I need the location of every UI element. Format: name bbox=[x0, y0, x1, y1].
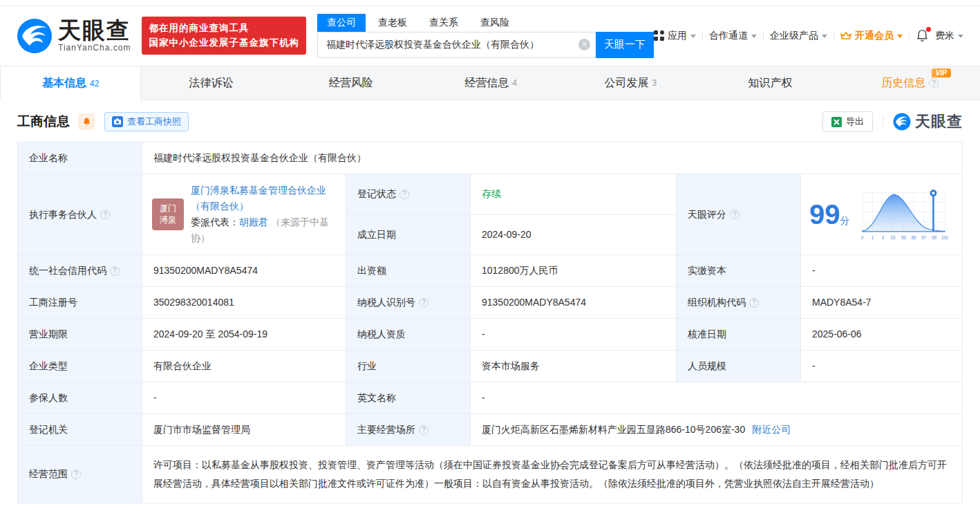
field-label: 实缴资本 bbox=[677, 255, 801, 286]
monitor-bell-button[interactable] bbox=[78, 113, 95, 130]
tab-count: 4 bbox=[512, 78, 517, 88]
field-label: 统一社会信用代码 ? bbox=[18, 255, 142, 286]
help-icon[interactable]: ? bbox=[399, 189, 409, 199]
table-row: 参保人数 - 英文名称 - bbox=[18, 382, 962, 414]
help-icon[interactable]: ? bbox=[100, 210, 110, 219]
tab-basic-info[interactable]: 基本信息 42 bbox=[0, 66, 141, 100]
help-icon[interactable]: ? bbox=[419, 425, 428, 435]
logo-domain: TianYanCha.com bbox=[58, 43, 131, 53]
bell-icon bbox=[82, 117, 91, 127]
search-tab-risk[interactable]: 查风险 bbox=[471, 14, 519, 32]
notification-dot bbox=[926, 27, 931, 32]
tab-operation-info[interactable]: 经营信息 4 bbox=[421, 66, 560, 100]
svg-text:0: 0 bbox=[861, 235, 864, 240]
table-row: 工商注册号 350298320014081 纳税人识别号 ? 91350200M… bbox=[18, 287, 962, 319]
search-tab-company[interactable]: 查公司 bbox=[317, 14, 366, 32]
search-row: × 天眼一下 bbox=[317, 32, 654, 58]
tab-count: 3 bbox=[652, 78, 657, 88]
field-label: 纳税人识别号 ? bbox=[346, 287, 471, 318]
field-label: 出资额 bbox=[346, 255, 471, 286]
search-button[interactable]: 天眼一下 bbox=[596, 32, 654, 58]
field-label: 纳税人资质 bbox=[346, 319, 471, 350]
score-distribution-chart: 0 1 3 15 50 85 97 99 100 bbox=[857, 185, 948, 243]
search-tabs: 查公司 查老板 查关系 查风险 bbox=[317, 14, 654, 32]
delegate-name-link[interactable]: 胡殿君 bbox=[239, 216, 268, 227]
svg-text:3: 3 bbox=[881, 235, 884, 240]
nav-apps[interactable]: 应用 bbox=[654, 30, 696, 42]
nav-partner-channel-label: 合作通道 bbox=[709, 30, 748, 42]
score-value: 99分 bbox=[809, 201, 850, 228]
tab-legal-litigation[interactable]: 法律诉讼 bbox=[141, 66, 281, 100]
help-icon[interactable]: ? bbox=[419, 298, 428, 308]
section-toolbar: 工商信息 查看工商快照 导出 bbox=[17, 111, 963, 132]
established-value: 2024-09-20 bbox=[471, 215, 676, 255]
nav-divider bbox=[702, 31, 703, 41]
field-label: 成立日期 bbox=[346, 215, 471, 255]
nav-user[interactable]: 费米 bbox=[935, 30, 963, 42]
logo-text: 天眼查 TianYanCha.com bbox=[58, 19, 131, 53]
chevron-down-icon bbox=[751, 35, 757, 38]
managing-partner-cell: 厦门溥泉 厦门溥泉私募基金管理合伙企业（有限合伙） 委派代表：胡殿君 （来源于中… bbox=[142, 174, 346, 254]
org-code-value: MADY8A54-7 bbox=[801, 287, 962, 318]
industry-value: 资本市场服务 bbox=[471, 351, 677, 382]
clear-icon[interactable]: × bbox=[578, 39, 590, 50]
help-icon[interactable]: ? bbox=[110, 266, 120, 276]
score-axis-labels: 0 1 3 15 50 85 97 99 100 bbox=[861, 235, 948, 240]
tianyancha-logo-icon bbox=[893, 113, 911, 131]
site-logo[interactable]: 天眼查 TianYanCha.com bbox=[17, 18, 131, 54]
business-scope-value: 许可项目：以私募基金从事股权投资、投资管理、资产管理等活动（须在中国证券投资基金… bbox=[142, 446, 962, 502]
field-label-text: 主要经营场所 bbox=[357, 422, 415, 437]
notifications-bell[interactable] bbox=[916, 29, 929, 42]
insured-count-value: - bbox=[142, 382, 346, 414]
avatar-text: 厦门溥泉 bbox=[159, 203, 177, 226]
delegate-label: 委派代表： bbox=[191, 216, 239, 227]
tab-intellectual-property[interactable]: 知识产权 bbox=[700, 66, 840, 100]
status-date-block: 登记状态 ? 存续 成立日期 2024-09-20 bbox=[346, 174, 677, 254]
search-tab-relation[interactable]: 查关系 bbox=[420, 14, 468, 32]
nav-membership[interactable]: 开通会员 bbox=[840, 30, 903, 42]
help-icon[interactable]: ? bbox=[730, 210, 739, 219]
brand-slogan-banner: 都在用的商业查询工具 国家中小企业发展子基金旗下机构 bbox=[142, 17, 306, 55]
nearby-companies-link[interactable]: 附近公司 bbox=[752, 422, 791, 437]
field-label: 英文名称 bbox=[346, 382, 471, 414]
tab-label: 知识产权 bbox=[748, 76, 793, 91]
snapshot-button[interactable]: 查看工商快照 bbox=[104, 112, 189, 131]
score-unit: 分 bbox=[840, 215, 850, 226]
help-icon[interactable]: ? bbox=[929, 78, 939, 88]
field-label-text: 统一社会信用代码 bbox=[29, 263, 106, 278]
nav-enterprise-products-label: 企业级产品 bbox=[770, 30, 818, 42]
tab-label: 经营信息 bbox=[464, 76, 509, 91]
chevron-down-icon bbox=[690, 35, 696, 38]
table-row: 统一社会信用代码 ? 91350200MADY8A5474 出资额 101280… bbox=[18, 255, 962, 287]
camera-icon bbox=[112, 116, 123, 127]
help-icon[interactable]: ? bbox=[71, 470, 81, 479]
partner-text: 厦门溥泉私募基金管理合伙企业（有限合伙） 委派代表：胡殿君 （来源于中基协） bbox=[191, 183, 336, 246]
toolbar-divider bbox=[883, 117, 883, 127]
nav-username: 费米 bbox=[935, 30, 954, 42]
search-input[interactable] bbox=[318, 32, 596, 57]
search-tab-boss[interactable]: 查老板 bbox=[368, 14, 417, 32]
business-info-table: 企业名称 福建时代泽远股权投资基金合伙企业（有限合伙） 执行事务合伙人 ? 厦门… bbox=[17, 142, 963, 503]
slogan-line1: 都在用的商业查询工具 bbox=[149, 21, 299, 36]
svg-text:97: 97 bbox=[921, 235, 927, 240]
partner-company-link[interactable]: 厦门溥泉私募基金管理合伙企业（有限合伙） bbox=[191, 185, 326, 212]
field-label: 组织机构代码 ? bbox=[677, 287, 801, 318]
tab-history-info[interactable]: VIP 历史信息 ? bbox=[840, 66, 980, 100]
field-label: 行业 bbox=[346, 351, 471, 382]
nav-enterprise-products[interactable]: 企业级产品 bbox=[770, 30, 827, 42]
table-row: 经营范围 ? 许可项目：以私募基金从事股权投资、投资管理、资产管理等活动（须在中… bbox=[18, 446, 962, 502]
tab-operation-risk[interactable]: 经营风险 bbox=[281, 66, 421, 100]
table-subrow: 成立日期 2024-09-20 bbox=[346, 215, 676, 255]
watermark-text: 天眼查 bbox=[915, 111, 963, 132]
partner-avatar[interactable]: 厦门溥泉 bbox=[152, 198, 184, 230]
score-cell: 99分 bbox=[801, 174, 962, 254]
excel-icon bbox=[831, 117, 842, 127]
help-icon[interactable]: ? bbox=[749, 298, 759, 308]
nav-divider bbox=[763, 31, 764, 41]
field-label-text: 组织机构代码 bbox=[688, 295, 746, 310]
nav-partner-channel[interactable]: 合作通道 bbox=[709, 30, 757, 42]
tab-company-development[interactable]: 公司发展 3 bbox=[560, 66, 700, 100]
business-term-value: 2024-09-20 至 2054-09-19 bbox=[142, 319, 346, 350]
export-button[interactable]: 导出 bbox=[822, 111, 873, 132]
tianyancha-logo-icon bbox=[17, 18, 53, 54]
